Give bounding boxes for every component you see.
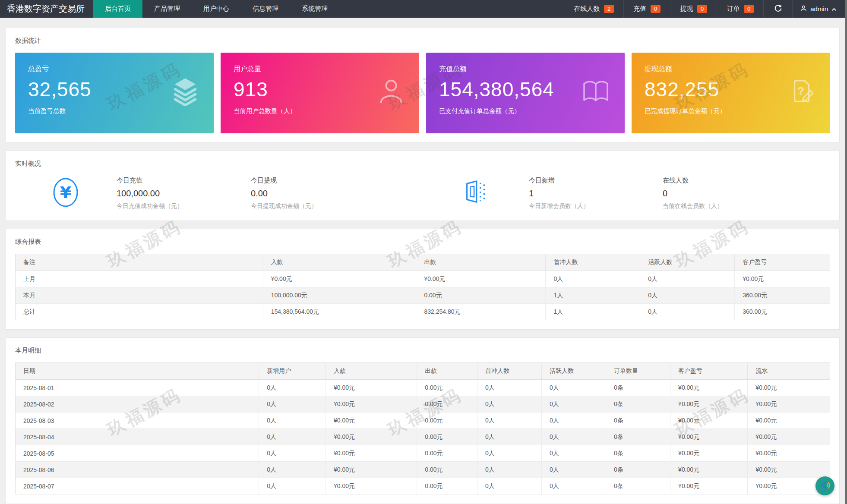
table-cell: 0人	[546, 271, 640, 287]
table-cell: 0人	[477, 462, 541, 478]
table-row: 本月100,000.00元0.00元1人0人360.00元	[16, 287, 830, 304]
table-cell: ¥0.00元	[263, 271, 416, 287]
stat-card-label: 提现总额	[645, 65, 817, 74]
nav-item-system[interactable]: 系统管理	[290, 0, 339, 18]
nav-item-dashboard[interactable]: 后台首页	[93, 0, 142, 18]
month-detail-table: 日期新增用户入款出款首冲人数活跃人数订单数量客户盈亏流水2025-08-010人…	[15, 362, 830, 495]
realtime-item-new-members: 今日新增 1 今日新增会员数（人）	[529, 176, 589, 210]
nav-item-info[interactable]: 信息管理	[241, 0, 290, 18]
table-cell: 0人	[477, 429, 541, 445]
table-header-row: 备注入款出款首冲人数活跃人数客户盈亏	[16, 254, 830, 271]
table-row: 2025-08-010人¥0.00元0.00元0人0人0条¥0.00元¥0.00…	[16, 380, 830, 396]
table-cell: 0人	[541, 462, 606, 478]
table-cell: 0人	[640, 271, 735, 287]
svg-text:?: ?	[797, 84, 804, 97]
status-label: 在线人数	[574, 5, 600, 13]
table-cell: 本月	[16, 287, 263, 304]
table-cell: 0.00元	[417, 429, 477, 445]
table-cell: 100,000.00元	[263, 287, 416, 304]
table-cell: 0人	[640, 287, 735, 304]
table-cell: 0人	[640, 304, 735, 320]
column-header: 入款	[326, 363, 417, 380]
status-badge: 0	[697, 5, 707, 13]
user-icon	[800, 5, 807, 13]
table-cell: 0条	[606, 380, 670, 396]
stat-card-label: 总盈亏	[28, 65, 201, 74]
vertical-scrollbar[interactable]	[845, 0, 847, 504]
table-cell: 0.00元	[417, 380, 477, 396]
stat-card-desc: 已支付充值订单总金额（元）	[439, 107, 612, 115]
status-online-count[interactable]: 在线人数 2	[564, 0, 623, 18]
status-orders[interactable]: 订单 0	[717, 0, 763, 18]
table-cell: 0.00元	[417, 413, 477, 429]
column-header: 出款	[417, 363, 477, 380]
table-cell: 0人	[541, 429, 606, 445]
table-cell: 0人	[541, 380, 606, 396]
refresh-icon	[774, 4, 782, 14]
table-cell: 0人	[259, 445, 326, 462]
table-row: 总计154,380,564.00元832,254.80元1人0人360.00元	[16, 304, 830, 320]
stat-card-label: 充值总额	[439, 65, 612, 74]
column-header: 活跃人数	[541, 363, 606, 380]
sound-notification-button[interactable]	[815, 476, 834, 495]
nav-item-products[interactable]: 产品管理	[142, 0, 192, 18]
table-cell: ¥0.00元	[748, 380, 830, 396]
realtime-value: 100,000.00	[117, 189, 183, 198]
table-cell: 0.00元	[416, 287, 546, 304]
admin-dropdown[interactable]: admin	[792, 0, 847, 18]
table-cell: 0人	[477, 396, 541, 413]
table-cell: ¥0.00元	[326, 445, 417, 462]
navbar-status-area: 在线人数 2 充值 0 提现 0 订单 0 admin	[564, 0, 847, 18]
table-row: 2025-08-050人¥0.00元0.00元0人0人0条¥0.00元¥0.00…	[16, 445, 830, 462]
status-label: 充值	[633, 5, 646, 13]
table-cell: 2025-08-05	[16, 445, 259, 462]
table-cell: 0人	[477, 478, 541, 495]
table-cell: 2025-08-07	[16, 478, 259, 495]
table-cell: ¥0.00元	[670, 380, 748, 396]
stats-panel-title: 数据统计	[6, 28, 839, 45]
table-cell: 0条	[606, 413, 670, 429]
yen-circle-icon: ¥	[52, 176, 79, 210]
table-cell: 0条	[606, 462, 670, 478]
column-header: 客户盈亏	[735, 254, 830, 271]
nav-item-label: 后台首页	[105, 5, 131, 13]
column-header: 日期	[16, 363, 259, 380]
question-doc-icon: ?	[789, 78, 815, 106]
status-deposits[interactable]: 充值 0	[623, 0, 670, 18]
realtime-panel: 实时概况 ¥ 今日充值 100,000.00 今日充值成功金额（元） 今日提现 …	[6, 151, 839, 220]
stat-card-total-profit: 总盈亏 32,565 当前盈亏总数	[15, 53, 214, 133]
column-header: 客户盈亏	[670, 363, 748, 380]
month-detail-panel: 本月明细 日期新增用户入款出款首冲人数活跃人数订单数量客户盈亏流水2025-08…	[6, 338, 839, 504]
table-cell: ¥0.00元	[735, 271, 830, 287]
realtime-content: ¥ 今日充值 100,000.00 今日充值成功金额（元） 今日提现 0.00 …	[6, 174, 839, 220]
table-cell: 360.00元	[735, 287, 830, 304]
realtime-value: 0	[663, 189, 723, 198]
status-withdrawals[interactable]: 提现 0	[670, 0, 717, 18]
table-cell: 360.00元	[735, 304, 830, 320]
stat-card-desc: 当前用户总数量（人）	[234, 107, 406, 115]
realtime-item-online-members: 在线人数 0 当前在线会员数（人）	[663, 176, 723, 210]
svg-text:¥: ¥	[60, 183, 71, 202]
realtime-desc: 今日提现成功金额（元）	[251, 202, 317, 210]
brand-title: 香港数字资产交易所	[0, 0, 93, 18]
table-header-row: 日期新增用户入款出款首冲人数活跃人数订单数量客户盈亏流水	[16, 363, 830, 380]
refresh-button[interactable]	[763, 0, 792, 18]
table-cell: 0条	[606, 478, 670, 495]
nav-item-label: 用户中心	[203, 5, 229, 13]
nav-item-users[interactable]: 用户中心	[192, 0, 241, 18]
table-cell: 2025-08-04	[16, 429, 259, 445]
table-cell: ¥0.00元	[326, 396, 417, 413]
column-header: 入款	[263, 254, 416, 271]
top-navbar: 香港数字资产交易所 后台首页 产品管理 用户中心 信息管理 系统管理 在线人数 …	[0, 0, 847, 18]
table-cell: 0.00元	[417, 396, 477, 413]
table-cell: ¥0.00元	[416, 271, 546, 287]
table-cell: ¥0.00元	[670, 429, 748, 445]
nav-item-label: 信息管理	[253, 5, 278, 13]
stat-card-label: 用户总量	[234, 65, 406, 74]
realtime-label: 今日新增	[529, 176, 589, 185]
column-header: 流水	[748, 363, 830, 380]
layers-icon	[171, 76, 199, 107]
nav-item-label: 系统管理	[302, 5, 328, 13]
realtime-panel-title: 实时概况	[6, 151, 839, 168]
main-menu: 后台首页 产品管理 用户中心 信息管理 系统管理	[93, 0, 339, 18]
